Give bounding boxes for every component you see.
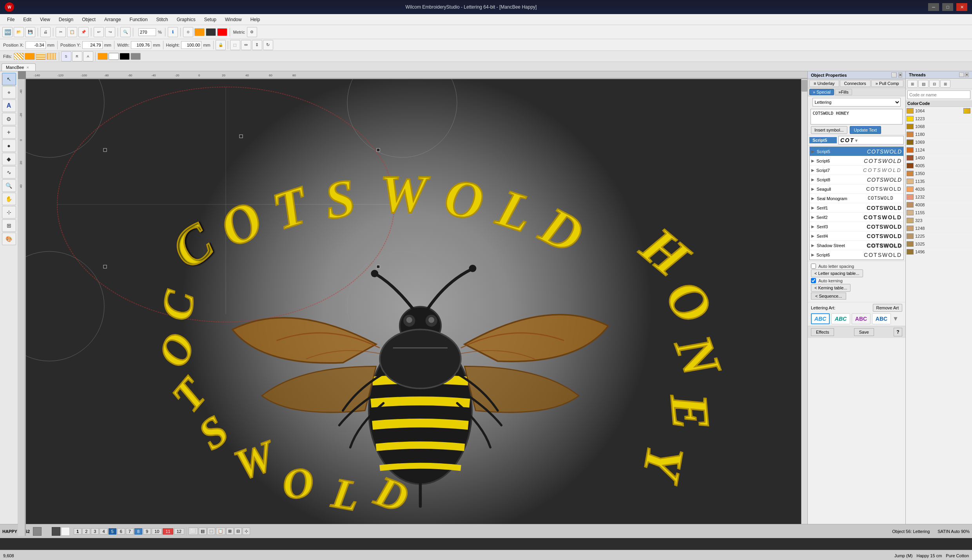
number-btn-1[interactable]: 1 [74,528,82,535]
fill-type-4[interactable] [47,53,57,60]
select-all-btn[interactable]: ⬚ [230,40,240,50]
art-thumb-1[interactable]: ABC [811,313,830,324]
threads-close[interactable]: ✕ [965,72,969,77]
toolbar-color3[interactable] [217,28,227,36]
toolbar-info[interactable]: ℹ [168,27,178,37]
tool-extra-2[interactable]: ⊞ [2,219,16,232]
number-btn-8[interactable]: 8 [134,528,142,535]
number-btn-11[interactable]: 11 [163,528,173,535]
font-row-toon[interactable]: ▶ Toon COTSWOLD [810,260,903,260]
thread-row[interactable]: 1496 [906,248,972,256]
thread-row[interactable]: 1180 [906,130,972,138]
font-row-shadow[interactable]: ▶ Shadow Street COTSWOLD [810,241,903,250]
height-input[interactable]: 100.00 [181,41,201,49]
obj-props-close[interactable]: ✕ [898,72,902,78]
save-btn[interactable]: Save [854,328,874,336]
tool-zoom[interactable]: 🔍 [2,179,16,192]
tool-cross[interactable]: + [2,126,16,139]
rotate-btn[interactable]: ↻ [263,40,273,50]
number-btn-12[interactable]: 12 [174,528,184,535]
lettering-type-select[interactable]: Lettering [812,98,900,107]
toolbar-open[interactable]: 📂 [14,27,24,37]
tool-extra-1[interactable]: ⊹ [2,206,16,219]
subtab-special[interactable]: » Special [809,89,834,95]
width-input[interactable]: 109.76 [131,41,151,49]
color-select-1[interactable] [98,53,108,60]
stitch-mode-4[interactable]: 📋 [216,527,225,535]
menu-file[interactable]: File [3,16,18,23]
design-tab-close[interactable]: × [26,65,29,70]
pos-y-input[interactable]: 24.79 [82,41,103,49]
stitch-mode-2[interactable]: ▤ [199,527,207,535]
font-row-script5[interactable]: ▶ Script5 COTSWOLD [810,147,903,156]
stitch-auto[interactable]: A [83,51,93,61]
tool-embroidery-1[interactable]: ⚙ [2,113,16,125]
thread-row[interactable]: 4008 [906,201,972,209]
font-row-script6b[interactable]: ▶ Script6 COTSWOLD [810,250,903,260]
number-btn-6[interactable]: 6 [117,528,125,535]
auto-kerning-checkbox[interactable] [811,278,816,283]
stitch-mode-5[interactable]: ⊞ [226,527,234,535]
threads-expand[interactable]: ⬜ [959,72,964,77]
tool-circle[interactable]: ● [2,139,16,152]
tool-node-edit[interactable]: ⌖ [2,86,16,99]
thread-row[interactable]: 1068 [906,123,972,130]
number-btn-3[interactable]: 3 [91,528,99,535]
font-list[interactable]: ▶ Script5 COTSWOLD ▶ Script6 COTSWOLD ▶ … [809,146,904,260]
toolbar-save[interactable]: 💾 [25,27,35,37]
threads-btn-1[interactable]: ⊞ [907,80,918,88]
toolbar-paste[interactable]: 📌 [78,27,89,37]
tab-underlay[interactable]: ≡ Underlay [809,80,839,87]
menu-arrange[interactable]: Arrange [100,16,125,23]
toolbar-color1[interactable] [194,28,205,36]
number-btn-2[interactable]: 2 [82,528,90,535]
remove-art-btn[interactable]: Remove Art [873,304,902,312]
thread-row[interactable]: 1350 [906,170,972,177]
tool-select[interactable]: ↖ [2,73,16,85]
toolbar-zoom-in[interactable]: 🔍 [120,27,131,37]
stitch-display-mode[interactable]: ⬜ [189,527,198,535]
art-thumb-3[interactable]: ABC [852,313,870,324]
text-content-input[interactable]: COTSWOLD HONEY [811,109,902,125]
design-tab[interactable]: MancBee × [2,63,36,71]
color-btn-white[interactable] [61,527,70,536]
thread-row[interactable]: 1064 [906,107,972,115]
minimize-button[interactable]: ─ [928,3,939,11]
kerning-table-btn[interactable]: < Kerning table... [811,284,850,292]
zoom-input[interactable]: 270 [138,28,156,36]
font-row-script7[interactable]: ▶ Script7 COTSWOLD [810,166,903,175]
number-btn-10[interactable]: 10 [152,528,162,535]
thread-row[interactable]: 1225 [906,232,972,240]
fill-type-3[interactable] [36,53,46,60]
menu-view[interactable]: View [36,16,54,23]
thread-row[interactable]: 1155 [906,209,972,217]
tab-connectors[interactable]: Connectors [840,80,870,87]
menu-graphics[interactable]: Graphics [173,16,199,23]
toolbar-color2[interactable] [206,28,216,36]
art-thumb-4[interactable]: ABC [872,313,891,324]
thread-row[interactable]: 1232 [906,193,972,201]
update-text-btn[interactable]: Update Text [850,126,881,134]
sequence-btn[interactable]: < Sequence... [811,293,846,300]
thread-row[interactable]: 1223 [906,115,972,123]
stitch-satin[interactable]: S [61,51,71,61]
number-btn-9[interactable]: 9 [143,528,151,535]
menu-window[interactable]: Window [221,16,246,23]
thread-row[interactable]: 1124 [906,146,972,154]
tab-pull-comp[interactable]: » Pull Comp [871,80,903,87]
lock-aspect-btn[interactable]: 🔒 [216,40,226,50]
toolbar-stitch-mode[interactable]: ⚙ [183,27,193,37]
thread-row[interactable]: 1135 [906,177,972,185]
toolbar-undo[interactable]: ↩ [94,27,104,37]
toolbar-copy[interactable]: 📋 [67,27,77,37]
menu-edit[interactable]: Edit [19,16,35,23]
letter-spacing-table-btn[interactable]: < Letter spacing table... [811,269,863,277]
tool-polygon[interactable]: ◆ [2,153,16,165]
subtab-fills[interactable]: »Fills [835,89,852,95]
threads-btn-3[interactable]: ⊟ [929,80,939,88]
stitch-mode-6[interactable]: ⊟ [234,527,242,535]
insert-symbol-btn[interactable]: Insert symbol... [811,126,847,134]
menu-design[interactable]: Design [55,16,77,23]
maximize-button[interactable]: □ [942,3,953,11]
threads-btn-4[interactable]: ⊞ [940,80,950,88]
